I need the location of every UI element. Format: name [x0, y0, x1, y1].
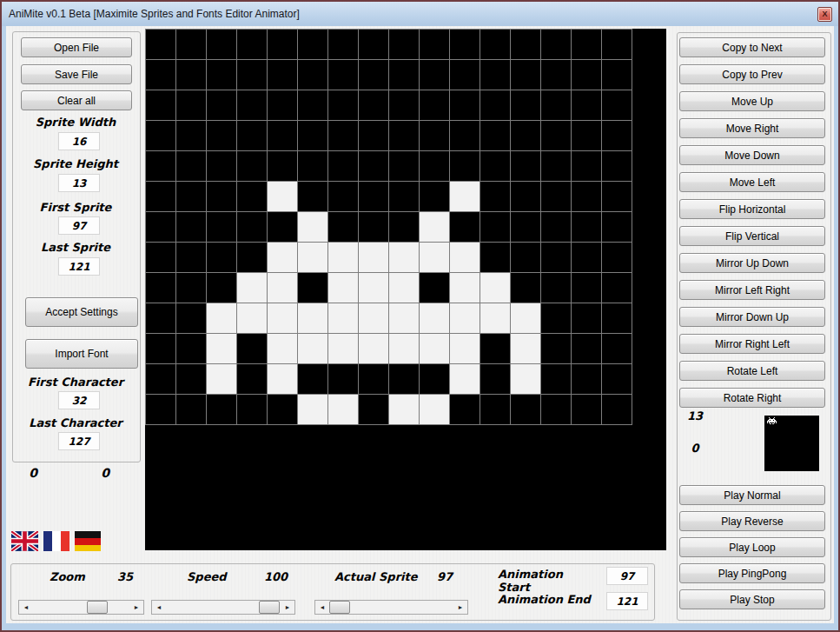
pixel-cell[interactable] [237, 121, 267, 150]
pixel-cell[interactable] [359, 395, 388, 424]
flag-france-button[interactable] [43, 531, 69, 551]
pixel-cell[interactable] [237, 273, 267, 303]
pixel-cell[interactable] [389, 364, 419, 394]
move-up-button[interactable]: Move Up [679, 91, 825, 111]
pixel-cell[interactable] [420, 151, 449, 181]
play-stop-button[interactable]: Play Stop [679, 589, 825, 609]
pixel-cell[interactable] [298, 151, 327, 181]
slider-right-arrow[interactable]: ► [453, 601, 467, 614]
pixel-cell[interactable] [420, 60, 449, 90]
pixel-cell[interactable] [511, 273, 540, 303]
pixel-cell[interactable] [420, 90, 449, 120]
pixel-cell[interactable] [450, 273, 480, 303]
pixel-cell[interactable] [541, 60, 571, 90]
slider-thumb[interactable] [87, 601, 108, 614]
pixel-cell[interactable] [237, 151, 267, 181]
copy-to-prev-button[interactable]: Copy to Prev [679, 64, 825, 84]
pixel-cell[interactable] [176, 334, 206, 363]
first-sprite-input[interactable]: 97 [58, 216, 100, 235]
pixel-cell[interactable] [480, 182, 510, 211]
pixel-cell[interactable] [176, 212, 206, 242]
mirror-right-left-button[interactable]: Mirror Right Left [679, 334, 825, 354]
pixel-cell[interactable] [359, 303, 388, 333]
play-pingpong-button[interactable]: Play PingPong [679, 563, 825, 583]
pixel-cell[interactable] [420, 395, 449, 424]
pixel-cell[interactable] [541, 212, 571, 242]
copy-to-next-button[interactable]: Copy to Next [679, 37, 825, 57]
pixel-cell[interactable] [572, 90, 601, 120]
pixel-cell[interactable] [450, 60, 480, 90]
play-normal-button[interactable]: Play Normal [679, 485, 825, 505]
pixel-cell[interactable] [268, 90, 297, 120]
pixel-cell[interactable] [541, 121, 571, 150]
pixel-cell[interactable] [268, 182, 297, 211]
pixel-cell[interactable] [146, 121, 175, 150]
pixel-cell[interactable] [146, 151, 175, 181]
open-file-button[interactable]: Open File [21, 37, 132, 57]
pixel-cell[interactable] [420, 121, 449, 150]
pixel-cell[interactable] [572, 182, 601, 211]
last-character-input[interactable]: 127 [58, 432, 100, 450]
pixel-cell[interactable] [541, 243, 571, 272]
flag-germany-button[interactable] [75, 531, 101, 551]
pixel-cell[interactable] [268, 395, 297, 424]
pixel-cell[interactable] [480, 273, 510, 303]
pixel-cell[interactable] [480, 121, 510, 150]
clear-all-button[interactable]: Clear all [21, 90, 132, 110]
pixel-cell[interactable] [146, 243, 175, 272]
pixel-cell[interactable] [237, 60, 267, 90]
pixel-cell[interactable] [268, 151, 297, 181]
pixel-cell[interactable] [298, 212, 327, 242]
pixel-cell[interactable] [237, 395, 267, 424]
pixel-cell[interactable] [389, 303, 419, 333]
pixel-cell[interactable] [176, 182, 206, 211]
mirror-left-right-button[interactable]: Mirror Left Right [679, 280, 825, 300]
pixel-cell[interactable] [176, 273, 206, 303]
pixel-cell[interactable] [237, 182, 267, 211]
rotate-right-button[interactable]: Rotate Right [679, 388, 825, 408]
pixel-cell[interactable] [420, 243, 449, 272]
pixel-cell[interactable] [359, 334, 388, 363]
play-reverse-button[interactable]: Play Reverse [679, 511, 825, 531]
pixel-cell[interactable] [511, 90, 540, 120]
pixel-cell[interactable] [207, 121, 236, 150]
pixel-cell[interactable] [146, 364, 175, 394]
pixel-cell[interactable] [450, 395, 480, 424]
pixel-cell[interactable] [602, 395, 632, 424]
pixel-cell[interactable] [480, 395, 510, 424]
pixel-cell[interactable] [207, 273, 236, 303]
pixel-cell[interactable] [359, 90, 388, 120]
pixel-cell[interactable] [541, 334, 571, 363]
pixel-cell[interactable] [176, 243, 206, 272]
pixel-cell[interactable] [237, 243, 267, 272]
speed-slider[interactable]: ◄► [151, 600, 295, 615]
pixel-cell[interactable] [572, 151, 601, 181]
save-file-button[interactable]: Save File [21, 64, 132, 84]
pixel-cell[interactable] [328, 30, 358, 59]
pixel-cell[interactable] [602, 334, 632, 363]
pixel-cell[interactable] [602, 303, 632, 333]
pixel-cell[interactable] [359, 182, 388, 211]
pixel-cell[interactable] [511, 151, 540, 181]
pixel-cell[interactable] [176, 151, 206, 181]
pixel-cell[interactable] [146, 60, 175, 90]
pixel-cell[interactable] [237, 90, 267, 120]
pixel-cell[interactable] [602, 182, 632, 211]
close-button[interactable]: X [817, 7, 832, 22]
pixel-cell[interactable] [389, 151, 419, 181]
pixel-cell[interactable] [541, 395, 571, 424]
pixel-cell[interactable] [480, 364, 510, 394]
pixel-cell[interactable] [450, 303, 480, 333]
pixel-cell[interactable] [146, 212, 175, 242]
pixel-cell[interactable] [420, 303, 449, 333]
slider-right-arrow[interactable]: ► [129, 601, 143, 614]
pixel-cell[interactable] [511, 60, 540, 90]
pixel-cell[interactable] [420, 212, 449, 242]
pixel-cell[interactable] [602, 212, 632, 242]
pixel-cell[interactable] [298, 90, 327, 120]
pixel-cell[interactable] [602, 90, 632, 120]
pixel-cell[interactable] [480, 303, 510, 333]
pixel-cell[interactable] [237, 212, 267, 242]
pixel-cell[interactable] [328, 303, 358, 333]
pixel-cell[interactable] [480, 243, 510, 272]
